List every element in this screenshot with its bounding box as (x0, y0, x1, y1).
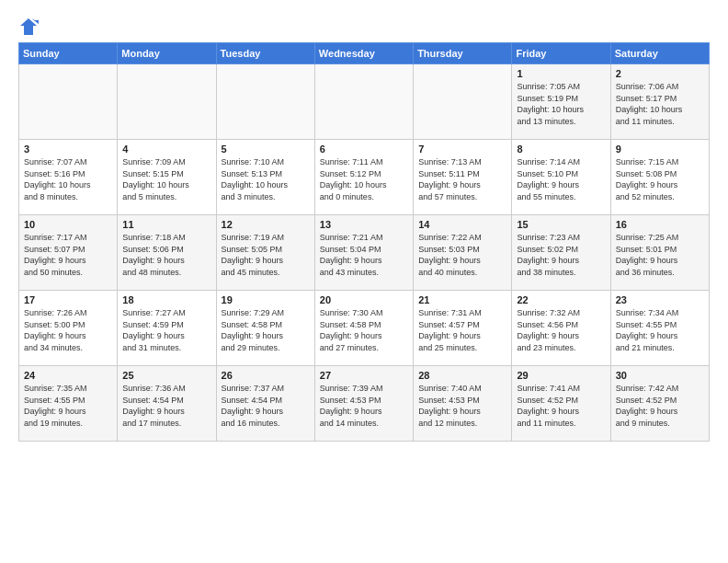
calendar-cell: 2Sunrise: 7:06 AM Sunset: 5:17 PM Daylig… (610, 64, 709, 140)
day-info: Sunrise: 7:31 AM Sunset: 4:57 PM Dayligh… (418, 307, 506, 353)
day-number: 14 (418, 219, 506, 230)
day-number: 24 (24, 370, 112, 381)
day-info: Sunrise: 7:32 AM Sunset: 4:56 PM Dayligh… (517, 307, 605, 353)
day-number: 10 (24, 219, 112, 230)
day-info: Sunrise: 7:22 AM Sunset: 5:03 PM Dayligh… (418, 232, 506, 278)
header (18, 17, 710, 37)
calendar-cell: 5Sunrise: 7:10 AM Sunset: 5:13 PM Daylig… (216, 140, 314, 215)
day-number: 5 (222, 144, 310, 155)
calendar-cell: 19Sunrise: 7:29 AM Sunset: 4:58 PM Dayli… (216, 291, 314, 366)
day-info: Sunrise: 7:14 AM Sunset: 5:10 PM Dayligh… (517, 156, 605, 202)
day-number: 25 (122, 370, 210, 381)
week-row-4: 17Sunrise: 7:26 AM Sunset: 5:00 PM Dayli… (19, 291, 710, 366)
week-row-3: 10Sunrise: 7:17 AM Sunset: 5:07 PM Dayli… (19, 215, 710, 291)
day-info: Sunrise: 7:18 AM Sunset: 5:06 PM Dayligh… (122, 232, 210, 278)
day-info: Sunrise: 7:11 AM Sunset: 5:12 PM Dayligh… (320, 156, 408, 202)
calendar-cell: 20Sunrise: 7:30 AM Sunset: 4:58 PM Dayli… (314, 291, 413, 366)
day-number: 8 (517, 144, 605, 155)
calendar-cell: 7Sunrise: 7:13 AM Sunset: 5:11 PM Daylig… (414, 140, 512, 215)
day-number: 11 (122, 219, 210, 230)
day-info: Sunrise: 7:17 AM Sunset: 5:07 PM Dayligh… (24, 232, 112, 278)
weekday-header-saturday: Saturday (610, 43, 709, 64)
calendar-cell: 29Sunrise: 7:41 AM Sunset: 4:52 PM Dayli… (512, 366, 610, 442)
day-info: Sunrise: 7:27 AM Sunset: 4:59 PM Dayligh… (122, 307, 210, 353)
day-info: Sunrise: 7:39 AM Sunset: 4:53 PM Dayligh… (320, 383, 408, 429)
calendar-cell: 3Sunrise: 7:07 AM Sunset: 5:16 PM Daylig… (19, 140, 118, 215)
day-info: Sunrise: 7:05 AM Sunset: 5:19 PM Dayligh… (517, 81, 605, 127)
day-info: Sunrise: 7:06 AM Sunset: 5:17 PM Dayligh… (616, 81, 704, 127)
logo (18, 17, 42, 37)
calendar-cell (19, 64, 118, 140)
day-info: Sunrise: 7:19 AM Sunset: 5:05 PM Dayligh… (222, 232, 310, 278)
day-info: Sunrise: 7:09 AM Sunset: 5:15 PM Dayligh… (122, 156, 210, 202)
day-info: Sunrise: 7:30 AM Sunset: 4:58 PM Dayligh… (320, 307, 408, 353)
calendar-cell: 27Sunrise: 7:39 AM Sunset: 4:53 PM Dayli… (314, 366, 413, 442)
day-number: 28 (418, 370, 506, 381)
calendar-cell: 6Sunrise: 7:11 AM Sunset: 5:12 PM Daylig… (314, 140, 413, 215)
weekday-header-sunday: Sunday (19, 43, 118, 64)
day-number: 23 (616, 294, 704, 305)
day-info: Sunrise: 7:21 AM Sunset: 5:04 PM Dayligh… (320, 232, 408, 278)
calendar-cell: 17Sunrise: 7:26 AM Sunset: 5:00 PM Dayli… (19, 291, 118, 366)
calendar-cell (216, 64, 314, 140)
calendar-cell: 9Sunrise: 7:15 AM Sunset: 5:08 PM Daylig… (610, 140, 709, 215)
calendar-cell: 30Sunrise: 7:42 AM Sunset: 4:52 PM Dayli… (610, 366, 709, 442)
day-info: Sunrise: 7:15 AM Sunset: 5:08 PM Dayligh… (616, 156, 704, 202)
calendar-cell: 24Sunrise: 7:35 AM Sunset: 4:55 PM Dayli… (19, 366, 118, 442)
day-info: Sunrise: 7:26 AM Sunset: 5:00 PM Dayligh… (24, 307, 112, 353)
calendar-cell: 15Sunrise: 7:23 AM Sunset: 5:02 PM Dayli… (512, 215, 610, 291)
day-number: 26 (222, 370, 310, 381)
day-number: 6 (320, 144, 408, 155)
day-info: Sunrise: 7:07 AM Sunset: 5:16 PM Dayligh… (24, 156, 112, 202)
day-number: 19 (222, 294, 310, 305)
day-info: Sunrise: 7:29 AM Sunset: 4:58 PM Dayligh… (222, 307, 310, 353)
day-info: Sunrise: 7:42 AM Sunset: 4:52 PM Dayligh… (616, 383, 704, 429)
day-info: Sunrise: 7:37 AM Sunset: 4:54 PM Dayligh… (222, 383, 310, 429)
day-number: 18 (122, 294, 210, 305)
day-number: 3 (24, 144, 112, 155)
calendar-cell: 26Sunrise: 7:37 AM Sunset: 4:54 PM Dayli… (216, 366, 314, 442)
day-number: 1 (517, 68, 605, 79)
day-info: Sunrise: 7:40 AM Sunset: 4:53 PM Dayligh… (418, 383, 506, 429)
day-number: 12 (222, 219, 310, 230)
day-number: 29 (517, 370, 605, 381)
svg-marker-0 (20, 18, 37, 35)
calendar-cell: 12Sunrise: 7:19 AM Sunset: 5:05 PM Dayli… (216, 215, 314, 291)
day-number: 22 (517, 294, 605, 305)
week-row-1: 1Sunrise: 7:05 AM Sunset: 5:19 PM Daylig… (19, 64, 710, 140)
calendar-cell: 22Sunrise: 7:32 AM Sunset: 4:56 PM Dayli… (512, 291, 610, 366)
calendar-cell: 16Sunrise: 7:25 AM Sunset: 5:01 PM Dayli… (610, 215, 709, 291)
day-number: 13 (320, 219, 408, 230)
day-number: 27 (320, 370, 408, 381)
calendar-cell: 4Sunrise: 7:09 AM Sunset: 5:15 PM Daylig… (118, 140, 216, 215)
calendar-cell (414, 64, 512, 140)
weekday-header-monday: Monday (118, 43, 216, 64)
calendar-cell: 28Sunrise: 7:40 AM Sunset: 4:53 PM Dayli… (414, 366, 512, 442)
day-number: 7 (418, 144, 506, 155)
weekday-header-friday: Friday (512, 43, 610, 64)
day-info: Sunrise: 7:35 AM Sunset: 4:55 PM Dayligh… (24, 383, 112, 429)
day-number: 9 (616, 144, 704, 155)
calendar-table: SundayMondayTuesdayWednesdayThursdayFrid… (18, 42, 710, 442)
weekday-header-tuesday: Tuesday (216, 43, 314, 64)
calendar-cell: 11Sunrise: 7:18 AM Sunset: 5:06 PM Dayli… (118, 215, 216, 291)
day-info: Sunrise: 7:41 AM Sunset: 4:52 PM Dayligh… (517, 383, 605, 429)
week-row-2: 3Sunrise: 7:07 AM Sunset: 5:16 PM Daylig… (19, 140, 710, 215)
day-number: 30 (616, 370, 704, 381)
day-number: 20 (320, 294, 408, 305)
calendar-cell: 1Sunrise: 7:05 AM Sunset: 5:19 PM Daylig… (512, 64, 610, 140)
day-info: Sunrise: 7:23 AM Sunset: 5:02 PM Dayligh… (517, 232, 605, 278)
calendar-cell: 18Sunrise: 7:27 AM Sunset: 4:59 PM Dayli… (118, 291, 216, 366)
calendar-cell: 14Sunrise: 7:22 AM Sunset: 5:03 PM Dayli… (414, 215, 512, 291)
calendar-cell: 8Sunrise: 7:14 AM Sunset: 5:10 PM Daylig… (512, 140, 610, 215)
day-number: 2 (616, 68, 704, 79)
day-info: Sunrise: 7:36 AM Sunset: 4:54 PM Dayligh… (122, 383, 210, 429)
day-info: Sunrise: 7:10 AM Sunset: 5:13 PM Dayligh… (222, 156, 310, 202)
calendar-cell (314, 64, 413, 140)
calendar-cell: 10Sunrise: 7:17 AM Sunset: 5:07 PM Dayli… (19, 215, 118, 291)
day-info: Sunrise: 7:25 AM Sunset: 5:01 PM Dayligh… (616, 232, 704, 278)
day-number: 15 (517, 219, 605, 230)
day-number: 21 (418, 294, 506, 305)
calendar-page: SundayMondayTuesdayWednesdayThursdayFrid… (0, 0, 728, 563)
calendar-cell: 23Sunrise: 7:34 AM Sunset: 4:55 PM Dayli… (610, 291, 709, 366)
